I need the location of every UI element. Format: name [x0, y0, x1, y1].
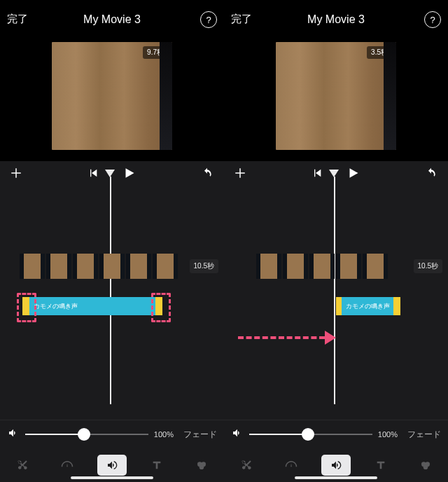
speedometer-icon	[60, 459, 74, 471]
play-icon	[122, 167, 135, 179]
preview-time-badge: 3.5秒	[367, 46, 392, 59]
svg-point-5	[424, 464, 428, 469]
fade-button[interactable]: フェード	[183, 429, 217, 441]
speed-tool[interactable]	[52, 455, 82, 476]
annotation-highlight-box	[17, 293, 36, 322]
previous-button[interactable]	[88, 167, 99, 181]
volume-row: 100% フェード	[0, 420, 224, 448]
help-icon: ?	[206, 15, 211, 25]
text-icon	[151, 460, 162, 471]
filter-icon	[195, 460, 208, 471]
annotation-highlight-box	[151, 293, 171, 322]
play-icon	[346, 167, 359, 179]
volume-slider[interactable]	[249, 426, 372, 443]
scissors-icon	[240, 459, 253, 471]
video-preview[interactable]: 9.7秒	[52, 42, 172, 150]
undo-button[interactable]	[200, 167, 214, 181]
text-icon	[375, 460, 386, 471]
svg-point-2	[200, 464, 204, 469]
play-button[interactable]	[346, 167, 359, 182]
filter-tool[interactable]	[411, 455, 440, 476]
previous-button[interactable]	[312, 167, 323, 181]
help-button[interactable]: ?	[424, 11, 441, 28]
timeline-editor[interactable]: 10.5秒 カモメの鳴き声	[0, 161, 224, 420]
video-frame	[283, 254, 308, 279]
audio-clip-label: カモメの鳴き声	[346, 302, 390, 311]
volume-icon	[106, 460, 118, 471]
video-track[interactable]	[256, 254, 388, 279]
audio-clip[interactable]: カモメの鳴き声	[29, 297, 155, 315]
scissors-icon	[16, 459, 29, 471]
header: 完了 My Movie 3 ?	[0, 0, 224, 39]
filter-icon	[419, 460, 432, 471]
home-indicator[interactable]	[71, 476, 153, 479]
add-media-button[interactable]	[10, 167, 22, 182]
audio-clip-label: カモメの鳴き声	[34, 302, 78, 311]
text-tool[interactable]	[366, 455, 396, 476]
audio-clip[interactable]: カモメの鳴き声	[342, 297, 393, 315]
volume-slider[interactable]	[25, 426, 148, 443]
video-duration-badge: 10.5秒	[190, 259, 218, 273]
audio-clip-handle-right[interactable]	[393, 297, 400, 315]
volume-row: 100% フェード	[224, 420, 448, 448]
home-indicator[interactable]	[295, 476, 377, 479]
undo-icon	[200, 167, 214, 179]
add-media-button[interactable]	[234, 167, 246, 182]
video-frame	[126, 254, 151, 279]
video-preview-area: 9.7秒	[0, 39, 224, 161]
timeline-editor[interactable]: 10.5秒 カモメの鳴き声	[224, 161, 448, 420]
video-preview[interactable]: 3.5秒	[276, 42, 396, 150]
filter-tool[interactable]	[187, 455, 216, 476]
add-icon	[234, 167, 246, 179]
prev-icon	[312, 167, 323, 179]
done-button[interactable]: 完了	[231, 13, 252, 26]
video-frame	[309, 254, 335, 279]
video-frame	[153, 254, 178, 279]
project-title: My Movie 3	[83, 13, 141, 26]
volume-percent: 100%	[378, 430, 398, 439]
phone-screen-right: 完了 My Movie 3 ? 3.5秒	[224, 0, 448, 482]
text-tool[interactable]	[142, 455, 172, 476]
help-icon: ?	[430, 15, 435, 25]
cut-tool[interactable]	[232, 455, 261, 476]
arrow-head-icon	[325, 331, 336, 345]
video-frame	[99, 254, 125, 279]
undo-icon	[424, 167, 438, 179]
video-track[interactable]	[20, 254, 178, 279]
undo-button[interactable]	[424, 167, 438, 181]
header: 完了 My Movie 3 ?	[224, 0, 448, 39]
project-title: My Movie 3	[307, 13, 365, 26]
bottom-controls: 100% フェード	[224, 420, 448, 482]
volume-tool[interactable]	[321, 455, 351, 476]
volume-slider-knob[interactable]	[302, 428, 314, 441]
volume-tool[interactable]	[97, 455, 127, 476]
volume-percent: 100%	[154, 430, 174, 439]
video-frame	[73, 254, 98, 279]
video-frame	[256, 254, 281, 279]
video-preview-area: 3.5秒	[224, 39, 448, 161]
fade-button[interactable]: フェード	[407, 429, 441, 441]
video-frame	[336, 254, 361, 279]
video-frame	[20, 254, 45, 279]
video-duration-badge: 10.5秒	[414, 259, 442, 273]
speaker-icon	[231, 427, 244, 441]
help-button[interactable]: ?	[200, 11, 217, 28]
bottom-controls: 100% フェード	[0, 420, 224, 482]
prev-icon	[88, 167, 99, 179]
video-frame	[363, 254, 388, 279]
volume-icon	[330, 460, 342, 471]
video-frame	[46, 254, 71, 279]
speedometer-icon	[284, 459, 298, 471]
speaker-icon	[7, 427, 20, 441]
preview-time-badge: 9.7秒	[143, 46, 168, 59]
annotation-arrow	[238, 332, 336, 343]
play-button[interactable]	[122, 167, 135, 182]
volume-slider-knob[interactable]	[78, 428, 90, 441]
done-button[interactable]: 完了	[7, 13, 28, 26]
phone-screen-left: 完了 My Movie 3 ? 9.7秒	[0, 0, 224, 482]
cut-tool[interactable]	[8, 455, 37, 476]
add-icon	[10, 167, 22, 179]
speed-tool[interactable]	[276, 455, 306, 476]
